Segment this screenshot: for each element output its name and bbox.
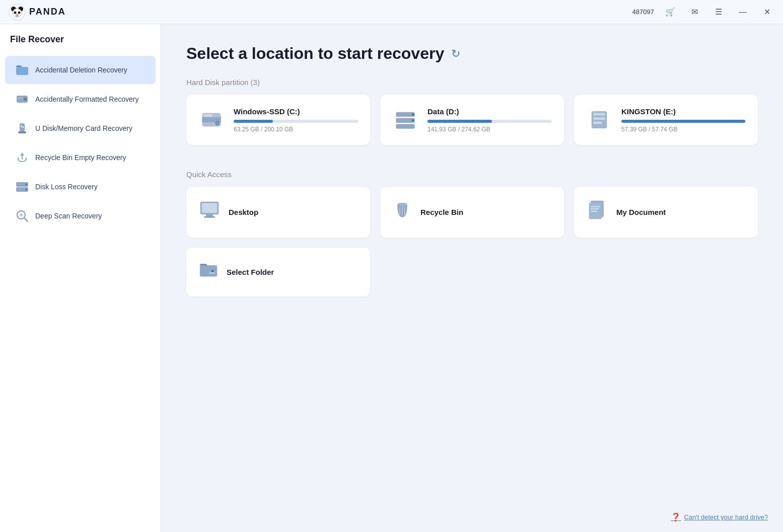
- drive-name-1: Data (D:): [428, 107, 552, 116]
- sidebar-nav: Accidental Deletion Recovery Accidentall…: [0, 55, 161, 231]
- drive-size-2: 57.39 GB / 57.74 GB: [621, 126, 746, 133]
- drive-name-0: Windows-SSD (C:): [234, 107, 358, 116]
- hint-icon: ❓: [671, 512, 681, 522]
- cart-button[interactable]: 🛒: [662, 4, 678, 20]
- sidebar-label-disk-loss: Disk Loss Recovery: [35, 183, 98, 191]
- drive-size-1: 141.93 GB / 274.62 GB: [428, 126, 552, 133]
- sidebar-item-accidental-deletion[interactable]: Accidental Deletion Recovery: [5, 56, 156, 84]
- drive-card-2[interactable]: KINGSTON (E:) 57.39 GB / 57.74 GB: [574, 95, 758, 145]
- sidebar-item-udisk-memory[interactable]: U Disk/Memory Card Recovery: [5, 114, 156, 142]
- sidebar-label-recycle-bin-empty: Recycle Bin Empty Recovery: [35, 154, 126, 162]
- sidebar-icon-disk-loss: [15, 180, 29, 194]
- quick-label-my-document: My Document: [616, 208, 666, 216]
- svg-rect-34: [593, 113, 605, 115]
- drive-name-2: KINGSTON (E:): [621, 107, 746, 116]
- close-button[interactable]: ✕: [759, 4, 775, 20]
- svg-rect-25: [204, 114, 212, 117]
- svg-rect-36: [593, 121, 602, 124]
- hard-disk-section-label: Hard Disk partition (3): [186, 78, 758, 87]
- drive-info-2: KINGSTON (E:) 57.39 GB / 57.74 GB: [621, 107, 746, 133]
- titlebar-controls: 487097 🛒 ✉ ☰ — ✕: [632, 4, 775, 20]
- panda-icon: [8, 3, 26, 21]
- drive-size-0: 63.25 GB / 200.10 GB: [234, 126, 358, 133]
- quick-label-recycle-bin: Recycle Bin: [420, 208, 463, 216]
- quick-card-recycle-bin[interactable]: Recycle Bin: [380, 187, 564, 238]
- svg-rect-40: [204, 216, 215, 218]
- quick-access-grid: Desktop Recycle Bin My Document Select F…: [186, 187, 758, 296]
- sidebar: File Recover Accidental Deletion Recover…: [0, 24, 161, 532]
- svg-rect-47: [591, 208, 599, 209]
- quick-icon-my-document: [587, 200, 607, 224]
- hard-disk-label-text: Hard Disk partition: [186, 78, 248, 87]
- svg-rect-48: [591, 211, 597, 212]
- drive-icon-2: [586, 107, 612, 133]
- hint-text[interactable]: Can't detect your hard drive?: [684, 513, 768, 521]
- sidebar-item-accidentally-formatted[interactable]: Accidentally Formatted Recovery: [5, 85, 156, 113]
- menu-button[interactable]: ☰: [710, 4, 727, 20]
- svg-line-20: [24, 218, 28, 221]
- sidebar-icon-accidental-deletion: [15, 63, 29, 77]
- sidebar-label-accidental-deletion: Accidental Deletion Recovery: [35, 66, 127, 74]
- svg-rect-11: [20, 123, 25, 131]
- user-id: 487097: [632, 8, 654, 16]
- page-title: Select a location to start recovery: [186, 44, 444, 63]
- svg-rect-46: [591, 206, 600, 207]
- quick-card-my-document[interactable]: My Document: [574, 187, 758, 238]
- svg-rect-10: [18, 98, 23, 99]
- drive-card-0[interactable]: Windows-SSD (C:) 63.25 GB / 200.10 GB: [186, 95, 370, 145]
- quick-label-select-folder: Select Folder: [227, 268, 274, 276]
- titlebar: PANDA 487097 🛒 ✉ ☰ — ✕: [0, 0, 783, 24]
- drive-bar-bg-2: [621, 120, 746, 123]
- minimize-button[interactable]: —: [735, 4, 751, 20]
- drive-bar-bg-0: [234, 120, 358, 123]
- sidebar-icon-deep-scan: [15, 209, 29, 223]
- page-header: Select a location to start recovery ↻: [186, 44, 758, 63]
- drive-bar-fill-0: [234, 120, 273, 123]
- quick-label-desktop: Desktop: [229, 208, 258, 216]
- svg-rect-14: [23, 126, 24, 128]
- quick-access-label: Quick Access: [186, 170, 758, 179]
- svg-point-31: [412, 113, 414, 116]
- drive-bar-fill-1: [428, 120, 492, 123]
- svg-point-27: [217, 122, 218, 124]
- quick-icon-recycle-bin: [393, 201, 411, 223]
- svg-rect-49: [200, 265, 217, 277]
- sidebar-icon-udisk-memory: [15, 121, 29, 135]
- quick-card-select-folder[interactable]: Select Folder: [186, 248, 370, 296]
- sidebar-item-recycle-bin-empty[interactable]: Recycle Bin Empty Recovery: [5, 143, 156, 172]
- quick-icon-select-folder: [199, 261, 218, 283]
- drive-info-1: Data (D:) 141.93 GB / 274.62 GB: [428, 107, 552, 133]
- logo-area: PANDA: [8, 3, 66, 21]
- hard-drive-hint[interactable]: ❓ Can't detect your hard drive?: [671, 512, 768, 522]
- drive-bar-fill-2: [621, 120, 745, 123]
- drive-info-0: Windows-SSD (C:) 63.25 GB / 200.10 GB: [234, 107, 358, 133]
- svg-rect-13: [21, 125, 22, 127]
- svg-point-42: [397, 203, 407, 206]
- svg-rect-35: [593, 117, 605, 120]
- svg-point-5: [18, 11, 21, 14]
- message-button[interactable]: ✉: [686, 4, 702, 20]
- svg-rect-39: [206, 214, 213, 216]
- app-body: File Recover Accidental Deletion Recover…: [0, 24, 783, 532]
- svg-point-17: [25, 184, 27, 186]
- svg-point-6: [16, 14, 19, 15]
- drive-icon-1: [392, 107, 418, 133]
- svg-point-32: [412, 119, 414, 122]
- quick-card-desktop[interactable]: Desktop: [186, 187, 370, 238]
- sidebar-icon-recycle-bin-empty: [15, 150, 29, 165]
- svg-point-18: [25, 189, 27, 191]
- svg-rect-45: [589, 202, 602, 219]
- drive-card-1[interactable]: Data (D:) 141.93 GB / 274.62 GB: [380, 95, 564, 145]
- sidebar-icon-accidentally-formatted: [15, 92, 29, 106]
- svg-rect-12: [18, 131, 26, 133]
- svg-point-9: [24, 98, 27, 101]
- sidebar-item-disk-loss[interactable]: Disk Loss Recovery: [5, 173, 156, 201]
- drive-icon-0: [198, 107, 225, 133]
- svg-rect-50: [209, 272, 215, 273]
- sidebar-item-deep-scan[interactable]: Deep Scan Recovery: [5, 202, 156, 230]
- hard-disk-count: (3): [251, 78, 260, 87]
- quick-access-label-text: Quick Access: [186, 170, 232, 179]
- svg-rect-30: [396, 124, 414, 128]
- refresh-button[interactable]: ↻: [451, 47, 460, 60]
- drives-grid: Windows-SSD (C:) 63.25 GB / 200.10 GB Da…: [186, 95, 758, 145]
